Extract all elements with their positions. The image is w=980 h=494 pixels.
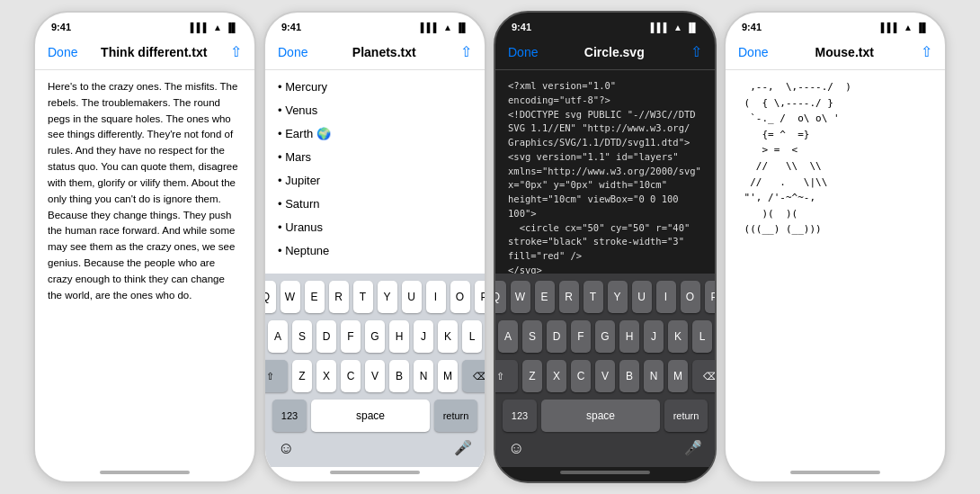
time-3: 9:41 xyxy=(512,22,531,32)
key-dp[interactable]: P xyxy=(705,281,717,313)
num-key-dark[interactable]: 123 xyxy=(503,400,537,432)
key-dy[interactable]: Y xyxy=(608,281,628,313)
battery-icon-3: ▐▌ xyxy=(686,22,699,32)
key-v[interactable]: V xyxy=(365,360,385,392)
key-dq[interactable]: Q xyxy=(494,281,506,313)
key-g[interactable]: G xyxy=(365,320,385,353)
kb-row-3: ⇧ Z X C V B N M ⌫ xyxy=(269,360,481,392)
nav-bar-4: Done Mouse.txt ⇧ xyxy=(726,38,945,70)
key-dt[interactable]: T xyxy=(584,281,603,313)
kb-row-d2: A S D F G H J K L xyxy=(499,320,711,353)
key-h[interactable]: H xyxy=(389,320,409,353)
key-df[interactable]: F xyxy=(571,320,591,353)
home-indicator-1 xyxy=(100,471,190,474)
key-dw[interactable]: W xyxy=(511,281,530,313)
phone-4: 9:41 ▌▌▌ ▲ ▐▌ Done Mouse.txt ⇧ ,--, \,--… xyxy=(724,11,947,483)
key-do[interactable]: O xyxy=(681,281,700,313)
body-text-1: Here's to the crazy ones. The misfits. T… xyxy=(48,81,238,301)
home-indicator-4 xyxy=(790,471,880,474)
shift-key-dark[interactable]: ⇧ xyxy=(494,360,518,392)
share-button-3[interactable]: ⇧ xyxy=(690,43,702,60)
key-a[interactable]: A xyxy=(268,320,288,353)
key-n[interactable]: N xyxy=(414,360,433,392)
key-dc[interactable]: C xyxy=(571,360,591,392)
key-z[interactable]: Z xyxy=(292,360,312,392)
delete-key-dark[interactable]: ⌫ xyxy=(692,360,717,392)
key-c[interactable]: C xyxy=(341,360,361,392)
key-dk[interactable]: K xyxy=(668,320,688,353)
key-q[interactable]: Q xyxy=(263,281,276,313)
key-da[interactable]: A xyxy=(498,320,518,353)
key-dx[interactable]: X xyxy=(547,360,566,392)
done-button-4[interactable]: Done xyxy=(738,45,768,59)
delete-key[interactable]: ⌫ xyxy=(462,360,486,392)
nav-title-1: Think different.txt xyxy=(101,45,207,59)
key-u[interactable]: U xyxy=(402,281,422,313)
key-du[interactable]: U xyxy=(632,281,652,313)
content-1: Here's to the crazy ones. The misfits. T… xyxy=(35,70,254,467)
kb-bottom-dark: ☺ 🎤 xyxy=(499,436,711,463)
key-dd[interactable]: D xyxy=(547,320,566,353)
key-y[interactable]: Y xyxy=(378,281,397,313)
space-key[interactable]: space xyxy=(311,400,430,432)
key-dl[interactable]: L xyxy=(692,320,712,353)
key-b[interactable]: B xyxy=(389,360,409,392)
done-button-2[interactable]: Done xyxy=(278,45,307,59)
num-key[interactable]: 123 xyxy=(272,400,307,432)
list-item: Saturn xyxy=(278,193,472,216)
key-t[interactable]: T xyxy=(353,281,373,313)
key-dg[interactable]: G xyxy=(595,320,615,353)
kb-row-d3: ⇧ Z X C V B N M ⌫ xyxy=(499,360,711,392)
mic-icon[interactable]: 🎤 xyxy=(454,439,472,458)
key-f[interactable]: F xyxy=(341,320,361,353)
key-k[interactable]: K xyxy=(438,320,458,353)
kb-row-bottom: 123 space return xyxy=(269,400,481,432)
key-ds[interactable]: S xyxy=(522,320,542,353)
emoji-icon-dark[interactable]: ☺ xyxy=(508,439,524,458)
key-de[interactable]: E xyxy=(535,281,555,313)
key-db[interactable]: B xyxy=(619,360,639,392)
nav-bar-3: Done Circle.svg ⇧ xyxy=(495,38,715,70)
done-button-1[interactable]: Done xyxy=(48,45,77,59)
key-s[interactable]: S xyxy=(292,320,312,353)
nav-title-3: Circle.svg xyxy=(584,45,645,59)
key-o[interactable]: O xyxy=(450,281,470,313)
share-button-1[interactable]: ⇧ xyxy=(230,43,242,60)
status-bar-1: 9:41 ▌▌▌ ▲ ▐▌ xyxy=(35,13,254,38)
key-dm[interactable]: M xyxy=(668,360,688,392)
key-dn[interactable]: N xyxy=(644,360,664,392)
shift-key[interactable]: ⇧ xyxy=(263,360,288,392)
ascii-art: ,--, \,----./ ) ( { \,----./ } `-._ / o\… xyxy=(738,79,932,238)
return-key-dark[interactable]: return xyxy=(664,400,708,432)
key-dj[interactable]: J xyxy=(644,320,664,353)
status-icons-1: ▌▌▌ ▲ ▐▌ xyxy=(191,22,238,32)
share-button-2[interactable]: ⇧ xyxy=(460,43,472,60)
share-button-4[interactable]: ⇧ xyxy=(921,43,932,60)
key-m[interactable]: M xyxy=(438,360,458,392)
key-d[interactable]: D xyxy=(316,320,336,353)
key-dv[interactable]: V xyxy=(595,360,615,392)
list-item: Uranus xyxy=(278,216,472,239)
wifi-icon-4: ▲ xyxy=(904,22,913,32)
key-x[interactable]: X xyxy=(316,360,336,392)
key-w[interactable]: W xyxy=(281,281,300,313)
space-key-dark[interactable]: space xyxy=(541,400,660,432)
key-r[interactable]: R xyxy=(329,281,349,313)
status-icons-4: ▌▌▌ ▲ ▐▌ xyxy=(881,22,929,32)
list-item: Neptune xyxy=(278,239,472,263)
key-dh[interactable]: H xyxy=(619,320,639,353)
return-key[interactable]: return xyxy=(434,400,477,432)
key-di[interactable]: I xyxy=(656,281,676,313)
signal-icon-3: ▌▌▌ xyxy=(651,22,670,32)
key-j[interactable]: J xyxy=(414,320,433,353)
emoji-icon[interactable]: ☺ xyxy=(278,439,294,458)
key-dz[interactable]: Z xyxy=(522,360,542,392)
done-button-3[interactable]: Done xyxy=(508,45,538,59)
key-dr[interactable]: R xyxy=(559,281,579,313)
key-l[interactable]: L xyxy=(462,320,482,353)
key-p[interactable]: P xyxy=(475,281,487,313)
key-e[interactable]: E xyxy=(305,281,325,313)
key-i[interactable]: I xyxy=(426,281,446,313)
mic-icon-dark[interactable]: 🎤 xyxy=(684,439,702,458)
home-indicator-2 xyxy=(330,471,420,474)
